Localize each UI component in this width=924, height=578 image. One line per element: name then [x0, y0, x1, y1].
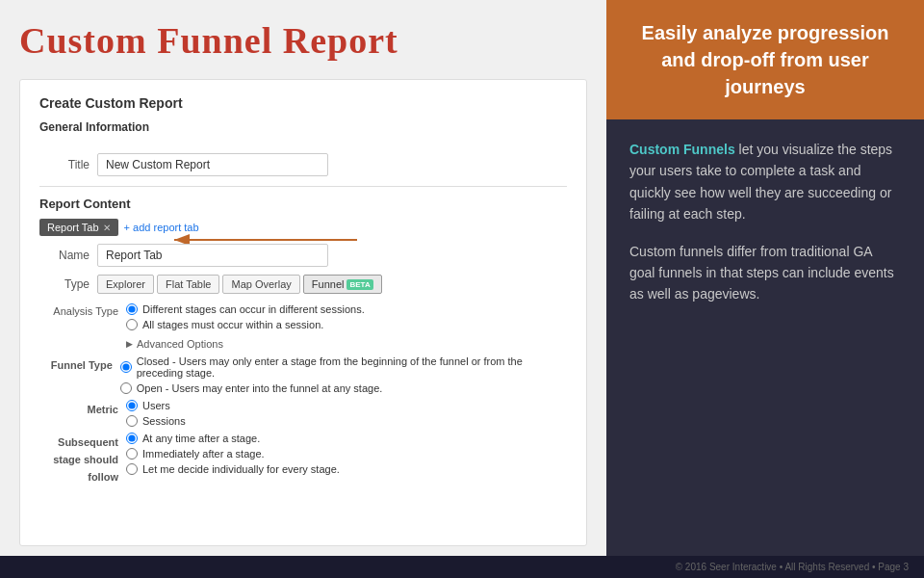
- analysis-option-1: All stages must occur within a session.: [126, 319, 365, 330]
- metric-label-sessions: Sessions: [142, 415, 186, 427]
- metric-label: Metric: [88, 404, 118, 415]
- description-para-2: Custom funnels differ from traditional G…: [629, 241, 901, 305]
- name-input[interactable]: [97, 244, 328, 267]
- metric-group: Users Sessions: [126, 400, 186, 427]
- metric-radio-sessions[interactable]: [126, 415, 138, 427]
- left-panel: Custom Funnel Report Create Custom Repor…: [0, 0, 606, 556]
- type-label: Type: [39, 277, 97, 291]
- funnel-label-1: Open - Users may enter into the funnel a…: [137, 382, 383, 394]
- subsequent-label-0: At any time after a stage.: [142, 433, 260, 444]
- funnel-btn[interactable]: Funnel BETA: [303, 275, 382, 294]
- subsequent-label: Subsequent stage should follow: [53, 436, 118, 483]
- advanced-options[interactable]: ▶ Advanced Options: [126, 338, 365, 350]
- analysis-radio-0[interactable]: [126, 303, 138, 315]
- title-label: Title: [39, 158, 97, 171]
- analysis-radio-1[interactable]: [126, 319, 138, 330]
- subsequent-row: Subsequent stage should follow At any ti…: [39, 433, 567, 485]
- metric-option-sessions: Sessions: [126, 415, 186, 427]
- funnel-type-group: Closed - Users may only enter a stage fr…: [120, 355, 567, 394]
- analysis-label-1: All stages must occur within a session.: [142, 319, 323, 330]
- description-box: Custom Funnels let you visualize the ste…: [606, 119, 924, 340]
- page-title: Custom Funnel Report: [19, 19, 587, 62]
- title-input[interactable]: [97, 153, 328, 176]
- footer: © 2016 Seer Interactive • All Rights Res…: [0, 556, 924, 578]
- metric-label-users: Users: [142, 400, 170, 411]
- subsequent-option-1: Immediately after a stage.: [126, 448, 340, 460]
- advanced-arrow-icon: ▶: [126, 339, 133, 349]
- subsequent-label-1: Immediately after a stage.: [142, 448, 265, 460]
- form-container: Create Custom Report General Information…: [19, 79, 587, 546]
- metric-option-users: Users: [126, 400, 186, 411]
- funnel-label-0: Closed - Users may only enter a stage fr…: [137, 355, 567, 379]
- funnel-option-1: Open - Users may enter into the funnel a…: [120, 382, 567, 394]
- analysis-type-row: Analysis Type Different stages can occur…: [39, 303, 567, 350]
- subsequent-radio-2[interactable]: [126, 463, 138, 475]
- subsequent-radio-0[interactable]: [126, 433, 138, 444]
- general-info-label: General Information: [39, 120, 149, 134]
- metric-row: Metric Users Sessions: [39, 400, 567, 427]
- analysis-radio-group: Different stages can occur in different …: [126, 303, 365, 350]
- tab-close-icon[interactable]: ✕: [103, 223, 111, 233]
- analysis-label-0: Different stages can occur in different …: [142, 303, 365, 315]
- report-content-label: Report Content: [39, 197, 567, 211]
- metric-radio-users[interactable]: [126, 400, 138, 411]
- funnel-label: Funnel: [312, 278, 345, 290]
- subsequent-label-2: Let me decide individually for every sta…: [142, 463, 340, 475]
- type-buttons: Explorer Flat Table Map Overlay Funnel B…: [97, 275, 382, 294]
- funnel-type-label: Funnel Type: [51, 359, 113, 371]
- funnel-option-0: Closed - Users may only enter a stage fr…: [120, 355, 567, 379]
- create-report-title: Create Custom Report: [39, 95, 567, 111]
- funnel-radio-0[interactable]: [120, 361, 132, 373]
- beta-badge: BETA: [346, 279, 372, 290]
- description-para-1: Custom Funnels let you visualize the ste…: [629, 139, 901, 225]
- map-overlay-btn[interactable]: Map Overlay: [222, 275, 299, 294]
- type-row: Type Explorer Flat Table Map Overlay Fun…: [39, 275, 567, 294]
- subsequent-radio-1[interactable]: [126, 448, 138, 460]
- explorer-btn[interactable]: Explorer: [97, 275, 154, 294]
- funnel-type-row: Funnel Type Closed - Users may only ente…: [39, 355, 567, 394]
- name-row: Name: [39, 244, 567, 267]
- active-tab[interactable]: Report Tab ✕: [39, 219, 118, 236]
- analysis-type-label: Analysis Type: [39, 303, 126, 317]
- highlight-box: Easily analyze progression and drop-off …: [606, 0, 924, 119]
- flat-table-btn[interactable]: Flat Table: [157, 275, 220, 294]
- advanced-label: Advanced Options: [137, 338, 223, 350]
- subsequent-option-2: Let me decide individually for every sta…: [126, 463, 340, 475]
- general-info-row: General Information: [39, 120, 567, 144]
- custom-funnels-label: Custom Funnels: [629, 142, 735, 157]
- analysis-option-0: Different stages can occur in different …: [126, 303, 365, 315]
- name-label: Name: [39, 249, 97, 262]
- subsequent-group: At any time after a stage. Immediately a…: [126, 433, 340, 475]
- funnel-radio-1[interactable]: [120, 382, 132, 394]
- subsequent-option-0: At any time after a stage.: [126, 433, 340, 444]
- title-row: Title: [39, 153, 567, 176]
- right-panel: Easily analyze progression and drop-off …: [606, 0, 924, 556]
- tab-label: Report Tab: [47, 222, 99, 233]
